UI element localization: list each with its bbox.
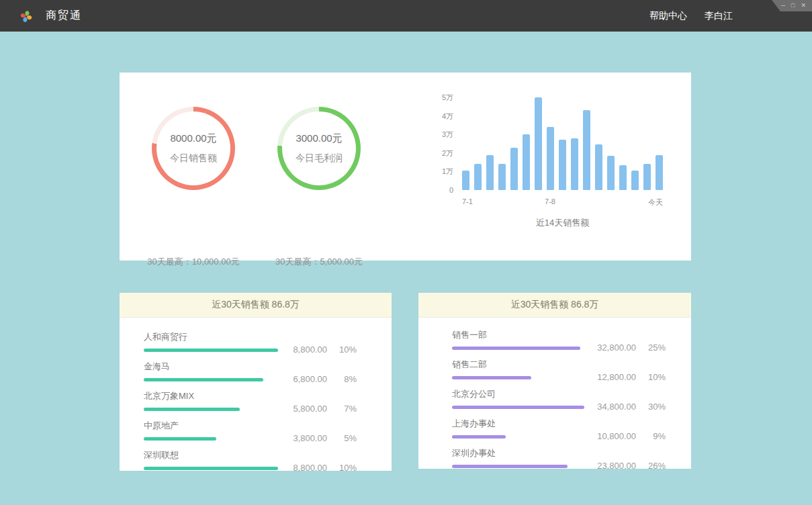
- app-logo-icon: [17, 7, 35, 25]
- y-tick-label: 2万: [442, 149, 453, 157]
- summary-card: 8000.00元 今日销售额 30天最高：10,000.00元 3000.00元…: [120, 73, 691, 261]
- today-sales-donut-ring: 8000.00元 今日销售额: [152, 107, 235, 190]
- item-progress-bar: [144, 349, 278, 352]
- item-percent: 26%: [636, 461, 666, 471]
- item-name: 人和商贸行: [144, 331, 357, 343]
- item-amount: 5,800.00: [293, 404, 327, 414]
- item-percent: 9%: [636, 431, 666, 441]
- chart-title: 近14天销售额: [462, 217, 663, 229]
- chart-bars: [462, 97, 663, 190]
- item-percent: 10%: [327, 345, 357, 355]
- chart-bar: [547, 127, 554, 190]
- item-progress-bar: [144, 378, 263, 381]
- chart-bar: [510, 148, 518, 190]
- x-tick-label: 7-8: [545, 197, 555, 205]
- item-progress-bar: [144, 437, 216, 441]
- x-tick-label: 今天: [648, 197, 663, 208]
- chart-bar: [607, 156, 615, 190]
- department-ranking-list: 销售一部32,800.0025%销售二部12,800.0010%北京分公司34,…: [418, 318, 691, 468]
- item-percent: 10%: [327, 463, 357, 473]
- y-tick-label: 4万: [442, 112, 453, 120]
- today-profit-label: 今日毛利润: [296, 152, 343, 165]
- list-item: 北京分公司34,800.0030%: [452, 388, 666, 409]
- list-item: 销售二部12,800.0010%: [452, 359, 666, 379]
- item-progress-bar: [452, 435, 506, 439]
- today-profit-donut-text: 3000.00元 今日毛利润: [277, 107, 361, 190]
- item-name: 销售一部: [452, 329, 666, 341]
- today-sales-donut-text: 8000.00元 今日销售额: [152, 107, 235, 190]
- x-tick-label: 7-1: [462, 197, 473, 205]
- item-amount: 10,800.00: [597, 431, 636, 441]
- item-amount: 34,800.00: [597, 402, 636, 412]
- item-name: 中原地产: [144, 420, 357, 432]
- list-item: 上海办事处10,800.009%: [452, 418, 666, 439]
- chart-bar: [595, 144, 602, 190]
- list-item: 深圳联想8,800.0010%: [144, 449, 357, 470]
- item-amount: 6,800.00: [293, 374, 327, 384]
- item-percent: 25%: [636, 342, 666, 353]
- item-progress-bar: [144, 467, 278, 470]
- item-name: 销售二部: [452, 359, 666, 371]
- item-progress-bar: [452, 347, 580, 350]
- customer-ranking-list: 人和商贸行8,800.0010%金海马6,800.008%北京万象MIX5,80…: [120, 318, 392, 470]
- sales-14day-chart: 5万4万3万2万1万0 7-17-8今天 近14天销售额: [430, 93, 678, 229]
- chart-bar: [631, 171, 639, 190]
- item-name: 金海马: [144, 361, 357, 373]
- item-percent: 30%: [636, 402, 666, 412]
- item-amount: 12,800.00: [597, 372, 636, 382]
- today-profit-donut-ring: 3000.00元 今日毛利润: [277, 107, 361, 190]
- item-value-block: 23,800.0026%: [597, 461, 666, 471]
- list-item: 金海马6,800.008%: [144, 361, 357, 381]
- today-sales-30day-max: 30天最高：10,000.00元: [133, 256, 254, 268]
- item-amount: 32,800.00: [597, 342, 636, 353]
- chart-bar: [486, 155, 494, 190]
- maximize-button[interactable]: □: [791, 3, 795, 9]
- department-ranking-card: 近30天销售额 86.8万 销售一部32,800.0025%销售二部12,800…: [418, 293, 691, 469]
- item-progress-bar: [452, 376, 531, 379]
- today-sales-donut-block: 8000.00元 今日销售额 30天最高：10,000.00元: [133, 107, 254, 261]
- item-name: 北京万象MIX: [144, 390, 357, 402]
- chart-bar: [571, 138, 578, 190]
- item-progress-bar: [452, 406, 584, 409]
- item-name: 深圳联想: [144, 449, 357, 461]
- item-value-block: 5,800.007%: [293, 404, 357, 414]
- item-percent: 7%: [327, 404, 357, 414]
- item-value-block: 3,800.005%: [293, 433, 357, 443]
- item-value-block: 32,800.0025%: [597, 342, 666, 353]
- titlebar-right: 帮助中心 李白江: [649, 10, 812, 22]
- today-sales-label: 今日销售额: [170, 152, 217, 165]
- item-value-block: 8,800.0010%: [293, 345, 357, 355]
- titlebar: 商贸通 帮助中心 李白江 ─ □ ✕: [0, 0, 812, 32]
- chart-y-axis: 5万4万3万2万1万0: [430, 93, 462, 194]
- close-button[interactable]: ✕: [801, 3, 806, 9]
- item-name: 北京分公司: [452, 388, 666, 400]
- item-amount: 23,800.00: [597, 461, 636, 471]
- chart-bar: [619, 165, 627, 190]
- list-item: 北京万象MIX5,800.007%: [144, 390, 357, 411]
- today-profit-30day-max: 30天最高：5,000.00元: [259, 256, 379, 268]
- list-item: 深圳办事处23,800.0026%: [452, 447, 666, 468]
- chart-bar: [498, 164, 506, 190]
- customer-ranking-card: 近30天销售额 86.8万 人和商贸行8,800.0010%金海马6,800.0…: [120, 293, 392, 471]
- item-value-block: 6,800.008%: [293, 374, 357, 384]
- item-amount: 8,800.00: [293, 463, 327, 473]
- y-tick-label: 1万: [442, 167, 453, 175]
- chart-bar: [656, 155, 663, 190]
- chart-x-axis: 7-17-8今天: [462, 197, 663, 207]
- item-value-block: 34,800.0030%: [597, 402, 666, 412]
- item-percent: 5%: [327, 433, 357, 443]
- chart-bar: [535, 97, 542, 190]
- item-progress-bar: [144, 408, 240, 411]
- chart-bar: [583, 110, 590, 190]
- username-menu[interactable]: 李白江: [705, 10, 733, 22]
- item-percent: 8%: [327, 374, 357, 384]
- help-center-link[interactable]: 帮助中心: [649, 10, 687, 22]
- y-tick-label: 3万: [442, 130, 453, 138]
- item-value-block: 10,800.009%: [597, 431, 666, 441]
- today-profit-value: 3000.00元: [296, 132, 342, 145]
- list-item: 人和商贸行8,800.0010%: [144, 331, 357, 352]
- chart-bar: [643, 164, 651, 190]
- item-amount: 3,800.00: [293, 433, 327, 443]
- minimize-button[interactable]: ─: [781, 3, 785, 9]
- item-amount: 8,800.00: [293, 345, 327, 355]
